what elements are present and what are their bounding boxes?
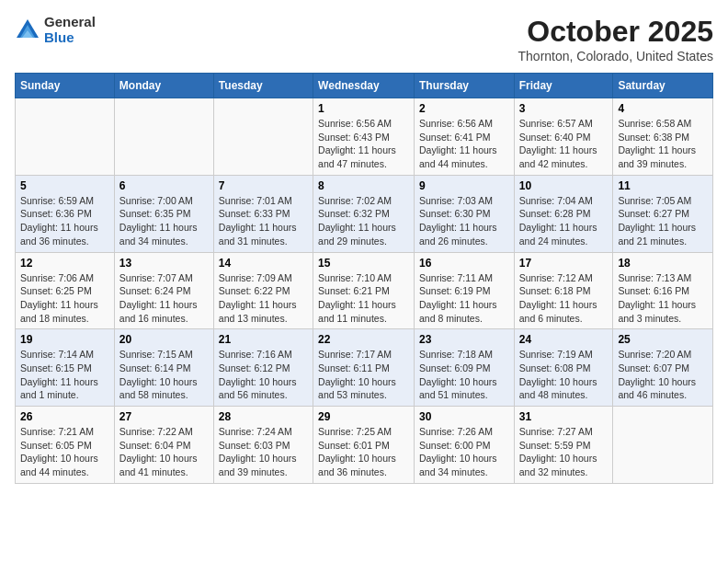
day-cell: 27Sunrise: 7:22 AM Sunset: 6:04 PM Dayli… [114, 407, 213, 484]
day-cell: 9Sunrise: 7:03 AM Sunset: 6:30 PM Daylig… [414, 175, 514, 252]
day-cell: 8Sunrise: 7:02 AM Sunset: 6:32 PM Daylig… [313, 175, 415, 252]
day-cell: 3Sunrise: 6:57 AM Sunset: 6:40 PM Daylig… [514, 98, 613, 176]
day-cell: 15Sunrise: 7:10 AM Sunset: 6:21 PM Dayli… [313, 252, 415, 329]
day-number: 5 [20, 179, 109, 192]
day-cell [16, 98, 115, 176]
day-info: Sunrise: 7:12 AM Sunset: 6:18 PM Dayligh… [519, 271, 609, 326]
day-number: 6 [119, 179, 209, 192]
day-cell: 19Sunrise: 7:14 AM Sunset: 6:15 PM Dayli… [16, 329, 115, 407]
week-row-4: 26Sunrise: 7:21 AM Sunset: 6:05 PM Dayli… [16, 407, 713, 484]
subtitle: Thornton, Colorado, United States [518, 49, 713, 63]
day-cell: 12Sunrise: 7:06 AM Sunset: 6:25 PM Dayli… [16, 252, 115, 329]
day-cell [114, 98, 213, 176]
day-info: Sunrise: 6:56 AM Sunset: 6:41 PM Dayligh… [419, 117, 509, 171]
day-number: 1 [318, 102, 409, 115]
day-cell: 17Sunrise: 7:12 AM Sunset: 6:18 PM Dayli… [514, 252, 613, 329]
day-info: Sunrise: 7:04 AM Sunset: 6:28 PM Dayligh… [519, 194, 609, 248]
day-info: Sunrise: 6:56 AM Sunset: 6:43 PM Dayligh… [318, 117, 409, 171]
week-row-1: 5Sunrise: 6:59 AM Sunset: 6:36 PM Daylig… [16, 175, 713, 252]
day-cell: 23Sunrise: 7:18 AM Sunset: 6:09 PM Dayli… [414, 329, 514, 407]
day-cell: 1Sunrise: 6:56 AM Sunset: 6:43 PM Daylig… [313, 98, 415, 176]
day-number: 25 [618, 333, 708, 346]
day-info: Sunrise: 7:27 AM Sunset: 5:59 PM Dayligh… [519, 425, 609, 479]
day-cell: 25Sunrise: 7:20 AM Sunset: 6:07 PM Dayli… [613, 329, 713, 407]
day-info: Sunrise: 7:03 AM Sunset: 6:30 PM Dayligh… [419, 194, 509, 248]
day-info: Sunrise: 7:18 AM Sunset: 6:09 PM Dayligh… [419, 348, 509, 402]
title-area: October 2025 Thornton, Colorado, United … [518, 15, 713, 63]
day-cell: 18Sunrise: 7:13 AM Sunset: 6:16 PM Dayli… [613, 252, 713, 329]
day-info: Sunrise: 7:19 AM Sunset: 6:08 PM Dayligh… [519, 348, 609, 402]
day-info: Sunrise: 6:58 AM Sunset: 6:38 PM Dayligh… [618, 117, 708, 171]
day-info: Sunrise: 7:20 AM Sunset: 6:07 PM Dayligh… [618, 348, 708, 402]
day-info: Sunrise: 7:13 AM Sunset: 6:16 PM Dayligh… [618, 271, 708, 326]
day-number: 4 [618, 102, 708, 115]
day-number: 22 [318, 333, 409, 346]
day-cell: 5Sunrise: 6:59 AM Sunset: 6:36 PM Daylig… [16, 175, 115, 252]
day-info: Sunrise: 7:14 AM Sunset: 6:15 PM Dayligh… [20, 348, 109, 402]
day-info: Sunrise: 7:21 AM Sunset: 6:05 PM Dayligh… [20, 425, 109, 479]
header-cell-monday: Monday [114, 74, 213, 98]
logo-general-text: General [44, 15, 96, 30]
day-number: 3 [519, 102, 609, 115]
day-info: Sunrise: 7:22 AM Sunset: 6:04 PM Dayligh… [119, 425, 209, 479]
day-cell: 26Sunrise: 7:21 AM Sunset: 6:05 PM Dayli… [16, 407, 115, 484]
day-info: Sunrise: 7:24 AM Sunset: 6:03 PM Dayligh… [219, 425, 308, 479]
day-number: 27 [119, 410, 209, 423]
header-cell-sunday: Sunday [16, 74, 115, 98]
day-cell: 13Sunrise: 7:07 AM Sunset: 6:24 PM Dayli… [114, 252, 213, 329]
week-row-0: 1Sunrise: 6:56 AM Sunset: 6:43 PM Daylig… [16, 98, 713, 176]
day-cell: 31Sunrise: 7:27 AM Sunset: 5:59 PM Dayli… [514, 407, 613, 484]
day-cell: 2Sunrise: 6:56 AM Sunset: 6:41 PM Daylig… [414, 98, 514, 176]
header-cell-thursday: Thursday [414, 74, 514, 98]
day-info: Sunrise: 7:05 AM Sunset: 6:27 PM Dayligh… [618, 194, 708, 248]
day-info: Sunrise: 7:15 AM Sunset: 6:14 PM Dayligh… [119, 348, 209, 402]
day-info: Sunrise: 7:17 AM Sunset: 6:11 PM Dayligh… [318, 348, 409, 402]
day-number: 23 [419, 333, 509, 346]
day-cell: 6Sunrise: 7:00 AM Sunset: 6:35 PM Daylig… [114, 175, 213, 252]
day-info: Sunrise: 7:01 AM Sunset: 6:33 PM Dayligh… [219, 194, 308, 248]
day-info: Sunrise: 7:09 AM Sunset: 6:22 PM Dayligh… [219, 271, 308, 326]
day-cell: 21Sunrise: 7:16 AM Sunset: 6:12 PM Dayli… [213, 329, 313, 407]
day-cell: 29Sunrise: 7:25 AM Sunset: 6:01 PM Dayli… [313, 407, 415, 484]
day-number: 13 [119, 257, 209, 270]
day-info: Sunrise: 6:57 AM Sunset: 6:40 PM Dayligh… [519, 117, 609, 171]
day-info: Sunrise: 7:25 AM Sunset: 6:01 PM Dayligh… [318, 425, 409, 479]
day-cell: 24Sunrise: 7:19 AM Sunset: 6:08 PM Dayli… [514, 329, 613, 407]
main-title: October 2025 [518, 15, 713, 49]
day-number: 8 [318, 179, 409, 192]
header-row: SundayMondayTuesdayWednesdayThursdayFrid… [16, 74, 713, 98]
day-number: 18 [618, 257, 708, 270]
day-info: Sunrise: 7:02 AM Sunset: 6:32 PM Dayligh… [318, 194, 409, 248]
day-number: 17 [519, 257, 609, 270]
day-number: 29 [318, 410, 409, 423]
day-cell [613, 407, 713, 484]
day-info: Sunrise: 7:26 AM Sunset: 6:00 PM Dayligh… [419, 425, 509, 479]
header-cell-tuesday: Tuesday [213, 74, 313, 98]
header-cell-friday: Friday [514, 74, 613, 98]
day-cell: 28Sunrise: 7:24 AM Sunset: 6:03 PM Dayli… [213, 407, 313, 484]
day-info: Sunrise: 6:59 AM Sunset: 6:36 PM Dayligh… [20, 194, 109, 248]
day-info: Sunrise: 7:07 AM Sunset: 6:24 PM Dayligh… [119, 271, 209, 326]
week-row-3: 19Sunrise: 7:14 AM Sunset: 6:15 PM Dayli… [16, 329, 713, 407]
day-number: 16 [419, 257, 509, 270]
logo-blue-text: Blue [44, 30, 96, 46]
header-cell-saturday: Saturday [613, 74, 713, 98]
day-number: 20 [119, 333, 209, 346]
day-number: 26 [20, 410, 109, 423]
day-number: 14 [219, 257, 308, 270]
day-number: 12 [20, 257, 109, 270]
day-number: 15 [318, 257, 409, 270]
logo: General Blue [15, 15, 96, 45]
day-number: 30 [419, 410, 509, 423]
day-info: Sunrise: 7:11 AM Sunset: 6:19 PM Dayligh… [419, 271, 509, 326]
day-cell: 10Sunrise: 7:04 AM Sunset: 6:28 PM Dayli… [514, 175, 613, 252]
day-info: Sunrise: 7:00 AM Sunset: 6:35 PM Dayligh… [119, 194, 209, 248]
day-cell: 14Sunrise: 7:09 AM Sunset: 6:22 PM Dayli… [213, 252, 313, 329]
day-cell: 4Sunrise: 6:58 AM Sunset: 6:38 PM Daylig… [613, 98, 713, 176]
day-number: 19 [20, 333, 109, 346]
day-info: Sunrise: 7:06 AM Sunset: 6:25 PM Dayligh… [20, 271, 109, 326]
day-cell [213, 98, 313, 176]
header: General Blue October 2025 Thornton, Colo… [15, 15, 713, 63]
logo-icon [15, 17, 40, 43]
day-number: 2 [419, 102, 509, 115]
